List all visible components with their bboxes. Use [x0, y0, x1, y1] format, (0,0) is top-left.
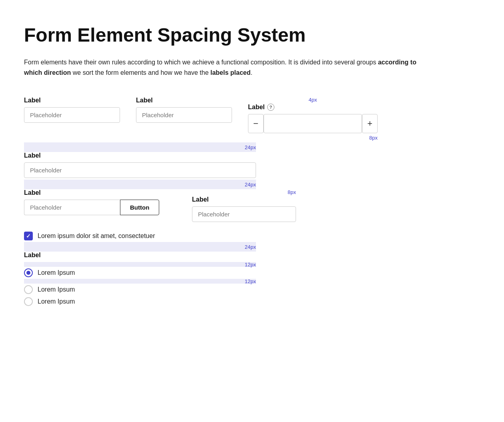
checkmark-icon: ✓ [26, 233, 31, 239]
annotation-24px-row4: 24px [245, 244, 256, 250]
field-input-2[interactable] [136, 107, 232, 123]
radio-label-3: Lorem Ipsum [38, 298, 75, 305]
page-title: Form Element Spacing System [24, 24, 480, 46]
desc-text-2: we sort the form elements and how we hav… [71, 69, 210, 76]
inline-button[interactable]: Button [120, 200, 159, 215]
radio-section: Label 12px Lorem Ipsum 12px Lorem Ipsum [24, 252, 480, 308]
form-demo: Label Label 4px Label ? − + 8p [24, 97, 480, 308]
page-description: Form elements have their own rules accor… [24, 57, 424, 78]
field-input-1[interactable] [24, 107, 120, 123]
radio-button-2[interactable] [24, 285, 33, 294]
radio-section-label: Label [24, 252, 480, 259]
radio-button-3[interactable] [24, 297, 33, 306]
annotation-8px-stepper: 8px [369, 135, 378, 141]
radio-item-2[interactable]: Lorem Ipsum [24, 284, 480, 296]
stepper-group: − + [248, 114, 378, 133]
inline-input[interactable] [24, 200, 120, 215]
inline-field-col: Label Button [24, 189, 176, 215]
stepper-minus-button[interactable]: − [248, 114, 264, 133]
radio-item-3[interactable]: Lorem Ipsum [24, 296, 480, 308]
checkbox-label: Lorem ipsum dolor sit amet, consectetuer [38, 232, 155, 240]
stepper-col: 4px Label ? − + 8px [248, 97, 378, 141]
annotation-24px-row2: 24px [245, 182, 256, 188]
inline-field-label: Label [24, 189, 176, 196]
full-width-input[interactable] [24, 162, 256, 178]
help-icon[interactable]: ? [267, 104, 274, 111]
standalone-input[interactable] [192, 206, 296, 222]
radio-label-2: Lorem Ipsum [38, 286, 75, 293]
annotation-24px-row1: 24px [245, 144, 256, 150]
row-inline: Label Button 8px Label [24, 189, 480, 222]
field-col-2: Label [136, 97, 232, 123]
radio-item-1[interactable]: Lorem Ipsum [24, 267, 480, 279]
radio-group: Lorem Ipsum 12px Lorem Ipsum Lorem Ipsum [24, 267, 480, 308]
checkbox-row: ✓ Lorem ipsum dolor sit amet, consectetu… [24, 232, 480, 240]
desc-end: . [250, 69, 252, 76]
stepper-plus-button[interactable]: + [362, 114, 378, 133]
desc-text-1: Form elements have their own rules accor… [24, 59, 378, 66]
stepper-label: Label ? [248, 104, 378, 111]
standalone-label: Label [192, 196, 296, 203]
inline-group: Button [24, 200, 176, 215]
field-label-2: Label [136, 97, 232, 104]
annotation-12px-mid: 12px [245, 278, 256, 284]
annotation-8px-standalone: 8px [288, 189, 296, 195]
field-col-1: Label [24, 97, 120, 123]
desc-bold-2: labels placed [210, 69, 251, 76]
field-label-1: Label [24, 97, 120, 104]
stepper-input[interactable] [264, 114, 362, 133]
standalone-field-col: 8px Label [192, 189, 296, 222]
annotation-4px: 4px [309, 97, 317, 103]
radio-label-1: Lorem Ipsum [38, 269, 75, 276]
annotation-12px-top: 12px [245, 262, 256, 268]
full-width-label: Label [24, 152, 480, 159]
checkbox[interactable]: ✓ [24, 232, 33, 240]
full-width-field: Label [24, 152, 480, 178]
radio-button-1[interactable] [24, 268, 33, 277]
